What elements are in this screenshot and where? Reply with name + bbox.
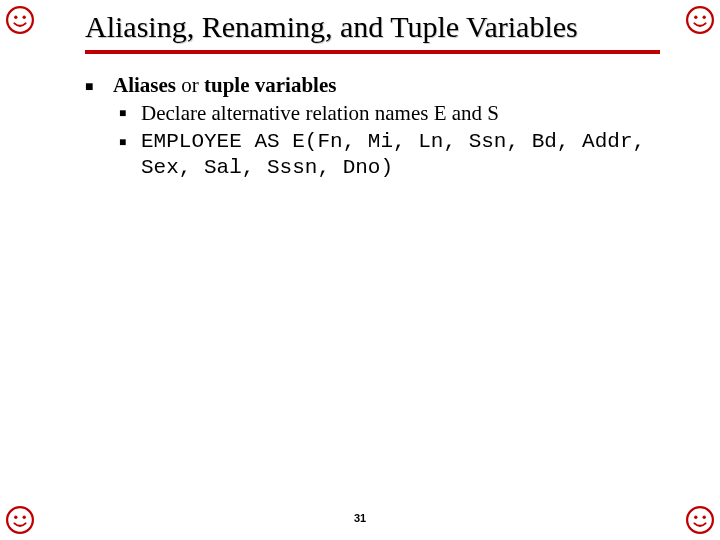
- title-block: Aliasing, Renaming, and Tuple Variables: [85, 10, 660, 54]
- slide-content: ■ Aliases or tuple variables ■ Declare a…: [85, 72, 660, 181]
- slide-title: Aliasing, Renaming, and Tuple Variables: [85, 10, 660, 44]
- svg-point-1: [14, 16, 17, 19]
- text-bold: tuple variables: [204, 73, 336, 97]
- corner-icon-top-left: [6, 6, 34, 34]
- svg-point-3: [687, 7, 713, 33]
- list-item: ■ EMPLOYEE AS E(Fn, Mi, Ln, Ssn, Bd, Add…: [113, 129, 660, 182]
- item-heading: Aliases or tuple variables: [113, 72, 660, 98]
- svg-point-0: [7, 7, 33, 33]
- list-item: ■ Declare alternative relation names E a…: [113, 100, 660, 126]
- svg-point-5: [703, 16, 706, 19]
- text: or: [176, 73, 204, 97]
- corner-icon-top-right: [686, 6, 714, 34]
- bullet-icon: ■: [113, 100, 141, 126]
- page-number: 31: [0, 512, 720, 524]
- subitem-text: Declare alternative relation names E and…: [141, 100, 660, 126]
- title-underline: [85, 50, 660, 54]
- text-bold: Aliases: [113, 73, 176, 97]
- bullet-icon: ■: [113, 129, 141, 182]
- list-item: ■ Aliases or tuple variables ■ Declare a…: [85, 72, 660, 181]
- svg-point-2: [23, 16, 26, 19]
- subitem-code: EMPLOYEE AS E(Fn, Mi, Ln, Ssn, Bd, Addr,…: [141, 129, 660, 182]
- bullet-icon: ■: [85, 72, 113, 181]
- svg-point-4: [694, 16, 697, 19]
